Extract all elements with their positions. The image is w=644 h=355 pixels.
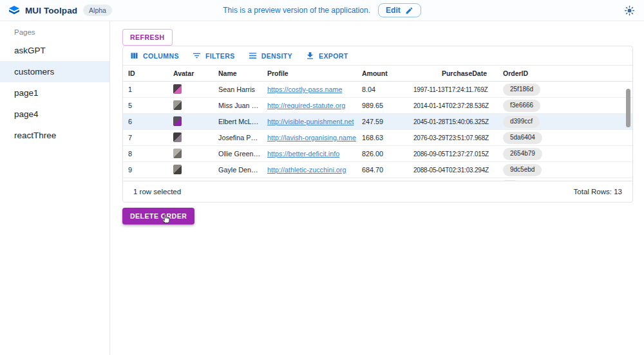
cell-order-id: 25f186d <box>492 84 632 96</box>
refresh-button[interactable]: REFRESH <box>122 29 173 46</box>
cell-profile: https://better-deficit.info <box>262 150 357 158</box>
cell-name: Josefina P… <box>213 134 262 141</box>
columns-button-label: COLUMNS <box>143 52 179 60</box>
table-row[interactable]: 9Gayle Den…http://athletic-zucchini.org6… <box>123 162 632 178</box>
table-row[interactable]: 6Elbert McL…http://visible-punishment.ne… <box>123 114 632 130</box>
table-row[interactable]: 5Miss Juan …http://required-statute.org9… <box>123 98 632 114</box>
data-grid: COLUMNS FILTERS DENSITY <box>122 46 633 203</box>
cell-id: 6 <box>123 118 168 125</box>
cell-id: 9 <box>123 166 168 174</box>
cell-avatar <box>168 165 213 176</box>
avatar-image <box>173 149 182 158</box>
theme-toggle-button[interactable] <box>624 5 635 16</box>
order-id-chip: f3e6666 <box>503 100 540 112</box>
cell-order-id: 9dc5ebd <box>492 164 632 176</box>
density-button[interactable]: DENSITY <box>248 51 292 60</box>
selection-status: 1 row selected <box>133 188 181 196</box>
cell-name: Miss Juan … <box>213 102 262 109</box>
profile-link[interactable]: http://required-statute.org <box>267 102 345 109</box>
cell-purchase-date: 2045-01-28T15:40:06.325Z <box>408 118 492 125</box>
order-id-chip: 9dc5ebd <box>503 164 542 176</box>
cell-name: Sean Harris <box>213 86 262 93</box>
cell-amount: 168.63 <box>357 134 408 141</box>
table-row-partial[interactable] <box>123 178 632 181</box>
profile-link[interactable]: http://visible-punishment.net <box>267 118 354 125</box>
preview-text: This is a preview version of the applica… <box>223 6 370 15</box>
cell-purchase-date: 2086-09-05T12:37:27.015Z <box>408 150 492 158</box>
profile-link[interactable]: http://lavish-organising.name <box>267 134 356 141</box>
edit-button[interactable]: Edit <box>378 3 421 17</box>
order-id-chip: d399ccf <box>503 116 540 128</box>
column-header-purchase_date[interactable]: PurchaseDate <box>408 69 492 77</box>
column-header-name[interactable]: Name <box>213 69 262 77</box>
avatar-image <box>173 100 182 110</box>
sidebar-item-page1[interactable]: page1 <box>0 82 109 104</box>
cell-amount: 684.70 <box>357 166 408 174</box>
cell-name: Elbert McL… <box>213 118 262 125</box>
delete-order-button[interactable]: DELETE ORDER <box>122 208 194 224</box>
cell-amount: 826.00 <box>357 150 408 158</box>
sidebar-item-reactThree[interactable]: reactThree <box>0 125 109 146</box>
view-columns-icon <box>129 51 139 60</box>
sidebar: Pages askGPTcustomerspage1page4reactThre… <box>0 21 110 355</box>
table-row[interactable]: 7Josefina P…http://lavish-organising.nam… <box>123 130 632 146</box>
cell-amount: 989.65 <box>357 102 408 109</box>
avatar-image <box>173 165 182 174</box>
cell-id: 5 <box>123 102 168 109</box>
app-bar: MUI Toolpad Alpha This is a preview vers… <box>0 0 644 21</box>
cell-purchase-date: 1997-11-13T17:24:11.769Z <box>408 86 492 93</box>
version-badge: Alpha <box>83 5 112 17</box>
cell-purchase-date: 2076-03-29T23:51:07.968Z <box>408 134 492 141</box>
export-button-label: EXPORT <box>319 52 348 60</box>
filters-button-label: FILTERS <box>205 52 235 60</box>
total-rows-count: Total Rows: 13 <box>574 188 622 196</box>
sun-icon <box>624 5 635 16</box>
cell-name: Ollie Green… <box>213 150 262 158</box>
column-header-profile[interactable]: Profile <box>262 69 357 77</box>
cell-profile: http://athletic-zucchini.org <box>262 166 357 174</box>
table-row[interactable]: 8Ollie Green…https://better-deficit.info… <box>123 146 632 162</box>
filters-button[interactable]: FILTERS <box>192 51 235 60</box>
preview-banner: This is a preview version of the applica… <box>183 3 461 17</box>
cell-avatar <box>168 100 213 111</box>
grid-toolbar: COLUMNS FILTERS DENSITY <box>123 46 632 66</box>
profile-link[interactable]: https://better-deficit.info <box>267 150 339 158</box>
grid-header-row: IDAvatarNameProfileAmountPurchaseDateOrd… <box>123 66 632 82</box>
cell-avatar <box>168 132 213 143</box>
column-header-order_id[interactable]: OrderID <box>492 69 632 77</box>
grid-footer: 1 row selected Total Rows: 13 <box>123 181 632 202</box>
column-header-id[interactable]: ID <box>123 69 168 77</box>
sidebar-item-page4[interactable]: page4 <box>0 104 109 125</box>
cell-profile: http://required-statute.org <box>262 102 357 109</box>
cell-avatar <box>168 116 213 127</box>
order-id-chip: 2654b79 <box>503 148 542 160</box>
sidebar-section-label: Pages <box>0 21 109 40</box>
avatar-image <box>173 116 182 126</box>
cell-id: 7 <box>123 134 168 141</box>
app-title: MUI Toolpad <box>25 6 77 15</box>
cell-id: 1 <box>123 86 168 93</box>
sidebar-item-customers[interactable]: customers <box>0 61 109 82</box>
order-id-chip: 25f186d <box>503 84 540 96</box>
column-header-amount[interactable]: Amount <box>357 69 408 77</box>
edit-button-label: Edit <box>386 6 401 15</box>
cell-order-id: d399ccf <box>492 116 632 128</box>
cell-order-id: 5da6404 <box>492 132 632 144</box>
cell-order-id <box>492 178 632 181</box>
toolpad-logo-icon <box>9 6 19 15</box>
table-row[interactable]: 1Sean Harrishttps://costly-pass.name8.04… <box>123 82 632 98</box>
columns-button[interactable]: COLUMNS <box>129 51 179 60</box>
vertical-scrollbar[interactable] <box>626 89 630 127</box>
main-content: REFRESH COLUMNS FILTERS <box>111 21 644 355</box>
density-button-label: DENSITY <box>261 52 292 60</box>
sidebar-item-askGPT[interactable]: askGPT <box>0 40 109 61</box>
order-id-chip: 5da6404 <box>503 132 542 144</box>
profile-link[interactable]: https://costly-pass.name <box>267 86 342 93</box>
sidebar-nav: askGPTcustomerspage1page4reactThree <box>0 40 109 146</box>
cell-amount: 247.59 <box>357 118 408 125</box>
export-button[interactable]: EXPORT <box>305 51 348 60</box>
cell-amount: 8.04 <box>357 86 408 93</box>
profile-link[interactable]: http://athletic-zucchini.org <box>267 166 346 174</box>
column-header-avatar[interactable]: Avatar <box>168 69 213 77</box>
filter-list-icon <box>192 51 202 60</box>
